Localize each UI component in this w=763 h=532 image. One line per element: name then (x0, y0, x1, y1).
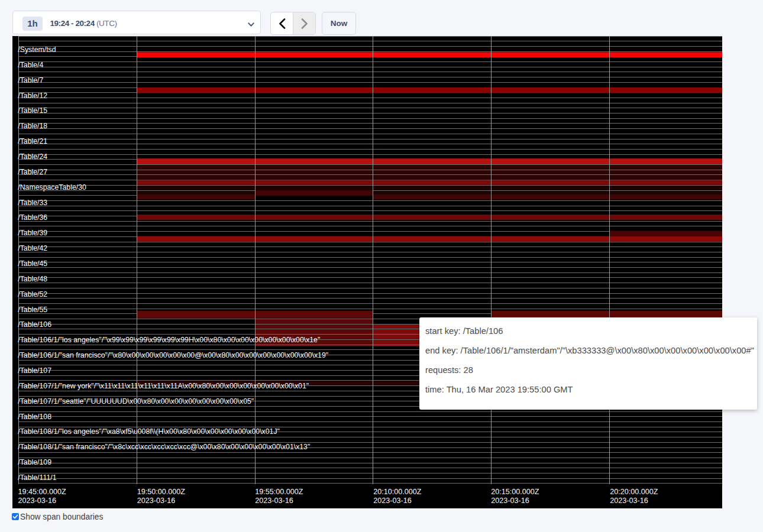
svg-text:/Table/107/1/"seattle"/"UUUUUU: /Table/107/1/"seattle"/"UUUUUUD\x00\x80\… (18, 397, 254, 406)
svg-text:/Table/111/1: /Table/111/1 (18, 473, 56, 482)
svg-text:/Table/33: /Table/33 (18, 199, 47, 207)
svg-text:/Table/42: /Table/42 (18, 244, 47, 252)
svg-text:/System/tsd: /System/tsd (18, 46, 56, 54)
svg-text:2023-03-16: 2023-03-16 (18, 497, 56, 505)
svg-text:/Table/48: /Table/48 (18, 275, 47, 283)
svg-text:/Table/108/1/"san francisco"/": /Table/108/1/"san francisco"/"\x8c\xcc\x… (18, 443, 310, 451)
svg-text:/Table/15: /Table/15 (18, 106, 47, 115)
svg-text:/Table/106/1/"los angeles"/"\x: /Table/106/1/"los angeles"/"\x99\x99\x99… (18, 336, 320, 344)
svg-text:/Table/107/1/"new york"/"\x11\: /Table/107/1/"new york"/"\x11\x11\x11\x1… (18, 382, 309, 390)
svg-text:/Table/55: /Table/55 (18, 306, 47, 314)
svg-text:/Table/108: /Table/108 (18, 413, 51, 421)
svg-text:/Table/4: /Table/4 (18, 61, 43, 69)
svg-text:19:45:00.000Z: 19:45:00.000Z (18, 488, 67, 496)
svg-text:/Table/106/1/"san francisco"/": /Table/106/1/"san francisco"/"\x80\x00\x… (18, 351, 328, 359)
svg-text:20:15:00.000Z: 20:15:00.000Z (491, 488, 539, 496)
svg-text:/Table/52: /Table/52 (18, 290, 47, 299)
svg-text:/Table/18: /Table/18 (18, 122, 47, 130)
svg-text:/Table/21: /Table/21 (18, 137, 47, 145)
svg-text:2023-03-16: 2023-03-16 (491, 497, 529, 505)
svg-text:/Table/39: /Table/39 (18, 229, 47, 237)
svg-text:2023-03-16: 2023-03-16 (610, 497, 648, 505)
svg-text:/Table/36: /Table/36 (18, 213, 47, 222)
svg-text:/Table/109: /Table/109 (18, 458, 51, 466)
svg-text:2023-03-16: 2023-03-16 (373, 497, 411, 505)
svg-text:/NamespaceTable/30: /NamespaceTable/30 (18, 183, 86, 192)
svg-text:/Table/107: /Table/107 (18, 366, 51, 375)
svg-text:/Table/106: /Table/106 (18, 320, 51, 329)
svg-text:/Table/27: /Table/27 (18, 168, 47, 176)
svg-text:/Table/12: /Table/12 (18, 92, 47, 100)
svg-text:/Table/24: /Table/24 (18, 153, 47, 161)
svg-text:20:10:00.000Z: 20:10:00.000Z (373, 488, 422, 496)
svg-text:20:20:00.000Z: 20:20:00.000Z (610, 488, 658, 496)
svg-text:19:50:00.000Z: 19:50:00.000Z (137, 488, 186, 496)
svg-text:/Table/45: /Table/45 (18, 259, 47, 268)
svg-text:2023-03-16: 2023-03-16 (137, 497, 175, 505)
svg-text:19:55:00.000Z: 19:55:00.000Z (255, 488, 303, 496)
svg-text:/Table/7: /Table/7 (18, 76, 43, 85)
svg-text:2023-03-16: 2023-03-16 (255, 497, 293, 505)
svg-text:/Table/108/1/"los angeles"/"\x: /Table/108/1/"los angeles"/"\xa8\xf5\u00… (18, 427, 280, 436)
